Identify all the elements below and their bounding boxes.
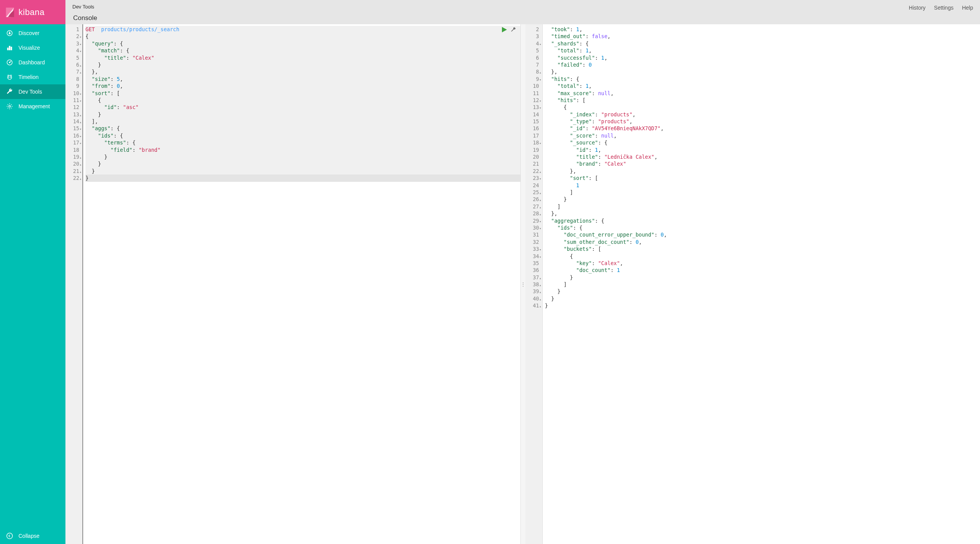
code-line[interactable]: { <box>85 33 520 40</box>
svg-point-9 <box>8 76 12 80</box>
code-line[interactable]: "_source": { <box>545 139 980 146</box>
code-line[interactable]: { <box>545 104 980 111</box>
code-line[interactable]: "took": 1, <box>545 26 980 33</box>
pane-divider[interactable]: ⋮ <box>521 24 525 544</box>
code-line[interactable]: "total": 1, <box>545 82 980 89</box>
link-settings[interactable]: Settings <box>934 5 954 11</box>
sidebar-item-discover[interactable]: Discover <box>0 26 65 40</box>
code-line[interactable]: ] <box>545 281 980 288</box>
svg-rect-4 <box>7 48 8 50</box>
code-line[interactable]: } <box>85 160 520 167</box>
sidebar-item-timelion[interactable]: Timelion <box>0 70 65 84</box>
response-viewer[interactable]: "took": 1, "timed_out": false, "_shards"… <box>542 24 980 544</box>
code-line[interactable]: "key": "Calex", <box>545 260 980 267</box>
sidebar-item-visualize[interactable]: Visualize <box>0 40 65 55</box>
topbar: Dev Tools Console History Settings Help <box>65 0 980 24</box>
code-line[interactable]: "match": { <box>85 47 520 54</box>
code-line[interactable]: "_id": "AV54Ye6BnieqNAkX7QD7", <box>545 125 980 132</box>
code-line[interactable]: "title": "Calex" <box>85 54 520 61</box>
code-line[interactable]: "id": "asc" <box>85 104 520 111</box>
code-line[interactable]: "ids": { <box>85 132 520 139</box>
sidebar-item-dashboard[interactable]: Dashboard <box>0 55 65 70</box>
code-line[interactable]: "aggregations": { <box>545 217 980 224</box>
compass-icon <box>6 30 13 37</box>
breadcrumb[interactable]: Dev Tools <box>72 4 98 12</box>
code-line[interactable]: ], <box>85 118 520 125</box>
logo[interactable]: kibana <box>0 0 65 24</box>
code-line[interactable]: }, <box>545 168 980 175</box>
code-line[interactable]: ] <box>545 203 980 210</box>
code-line[interactable]: } <box>545 274 980 281</box>
sidebar-item-dev-tools[interactable]: Dev Tools <box>0 84 65 99</box>
svg-point-11 <box>10 77 11 77</box>
collapse-button[interactable]: Collapse <box>0 528 65 544</box>
code-line[interactable]: "ids": { <box>545 224 980 231</box>
code-line[interactable]: "timed_out": false, <box>545 33 980 40</box>
svg-point-10 <box>8 77 9 77</box>
code-line[interactable]: } <box>545 288 980 295</box>
code-line[interactable]: "query": { <box>85 40 520 47</box>
code-line[interactable]: "_type": "products", <box>545 118 980 125</box>
link-help[interactable]: Help <box>962 5 973 11</box>
code-line[interactable]: "aggs": { <box>85 125 520 132</box>
code-line[interactable]: GET products/products/_search <box>85 26 520 33</box>
code-line[interactable]: }, <box>545 210 980 217</box>
code-line[interactable]: "total": 1, <box>545 47 980 54</box>
wrench-icon[interactable] <box>510 27 517 34</box>
code-line[interactable]: "hits": [ <box>545 97 980 104</box>
code-line[interactable]: "title": "Lednička Calex", <box>545 153 980 160</box>
code-line[interactable]: { <box>545 253 980 260</box>
code-line[interactable]: "sum_other_doc_count": 0, <box>545 238 980 245</box>
code-line[interactable]: "from": 0, <box>85 82 520 89</box>
code-line[interactable]: } <box>545 302 980 309</box>
code-line[interactable]: ] <box>545 189 980 196</box>
code-line[interactable]: "id": 1, <box>545 146 980 153</box>
code-line[interactable]: "doc_count": 1 <box>545 267 980 274</box>
code-line[interactable]: }, <box>85 68 520 75</box>
brand-name: kibana <box>18 7 45 17</box>
code-line[interactable]: "hits": { <box>545 76 980 82</box>
code-line[interactable]: "_score": null, <box>545 132 980 139</box>
collapse-label: Collapse <box>18 533 39 539</box>
code-line[interactable]: "failed": 0 <box>545 61 980 68</box>
code-line[interactable]: "doc_count_error_upper_bound": 0, <box>545 231 980 238</box>
code-line[interactable]: } <box>545 295 980 302</box>
code-line[interactable]: "sort": [ <box>85 90 520 97</box>
request-pane: 12▾3▾4▾56▴7▴8910▾11▾1213▴14▴15▾16▾17▾181… <box>65 24 521 544</box>
code-line[interactable]: "terms": { <box>85 139 520 146</box>
code-line[interactable]: "size": 5, <box>85 76 520 82</box>
response-gutter: 234▾5678▴9▾101112▾13▾1415161718▾19202122… <box>525 24 542 544</box>
sidebar-item-management[interactable]: Management <box>0 99 65 114</box>
code-line[interactable]: } <box>85 153 520 160</box>
code-line[interactable]: "successful": 1, <box>545 54 980 61</box>
code-line[interactable]: }, <box>545 68 980 75</box>
code-line[interactable]: "_shards": { <box>545 40 980 47</box>
sidebar-item-label: Discover <box>18 30 39 36</box>
code-line[interactable]: } <box>85 61 520 68</box>
code-line[interactable]: "buckets": [ <box>545 245 980 252</box>
request-editor[interactable]: GET products/products/_search{ "query": … <box>82 24 520 544</box>
run-controls <box>501 27 517 34</box>
code-line[interactable]: "brand": "Calex" <box>545 160 980 167</box>
code-line[interactable]: } <box>85 175 520 181</box>
gauge-icon <box>6 59 13 66</box>
nav: DiscoverVisualizeDashboardTimelionDev To… <box>0 24 65 528</box>
timelion-icon <box>6 74 13 81</box>
code-line[interactable]: } <box>85 168 520 175</box>
tab-console[interactable]: Console <box>72 12 98 26</box>
sidebar-item-label: Timelion <box>18 74 38 80</box>
code-line[interactable]: { <box>85 97 520 104</box>
link-history[interactable]: History <box>909 5 926 11</box>
svg-rect-5 <box>9 46 10 50</box>
request-gutter: 12▾3▾4▾56▴7▴8910▾11▾1213▴14▴15▾16▾17▾181… <box>65 24 82 544</box>
svg-marker-14 <box>502 27 507 32</box>
code-line[interactable]: "max_score": null, <box>545 90 980 97</box>
run-button[interactable] <box>501 27 507 34</box>
svg-rect-6 <box>11 47 12 50</box>
code-line[interactable]: "_index": "products", <box>545 111 980 118</box>
code-line[interactable]: "sort": [ <box>545 175 980 181</box>
code-line[interactable]: "field": "brand" <box>85 146 520 153</box>
code-line[interactable]: } <box>85 111 520 118</box>
code-line[interactable]: 1 <box>545 182 980 189</box>
code-line[interactable]: } <box>545 196 980 203</box>
